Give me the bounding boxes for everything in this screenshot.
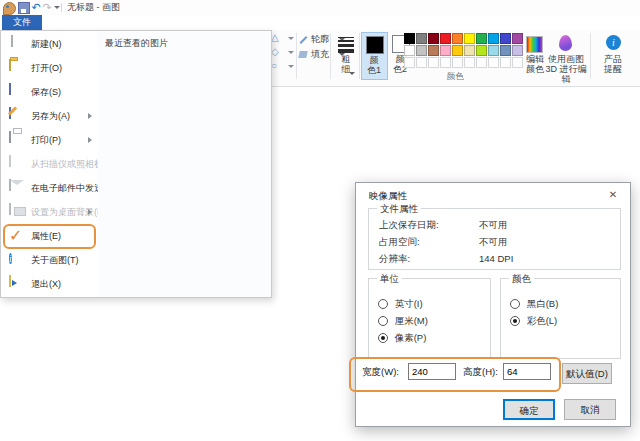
default-button[interactable]: 默认值(D) xyxy=(562,363,612,384)
chevron-down-icon xyxy=(349,72,355,75)
titlebar-divider xyxy=(61,3,62,12)
radio-pixels[interactable]: 像素(P) xyxy=(378,331,426,344)
menu-item-about-paint[interactable]: i 关于画图(T) xyxy=(1,248,97,272)
color1-button[interactable]: 颜色1 xyxy=(361,32,388,80)
palette-swatch[interactable] xyxy=(512,45,523,56)
palette-swatch[interactable] xyxy=(404,57,415,68)
palette-swatch[interactable] xyxy=(416,33,427,44)
palette-swatch[interactable] xyxy=(464,57,475,68)
menu-item-from-scanner: 从扫描仪或照相机(M) xyxy=(1,152,97,176)
palette-swatch[interactable] xyxy=(476,45,487,56)
dialog-title: 映像属性 xyxy=(369,190,407,203)
menu-item-save[interactable]: 保存(S) xyxy=(1,80,97,104)
radio-black-white[interactable]: 黑白(B) xyxy=(510,297,558,310)
shape-triangle-icon[interactable]: △ xyxy=(271,32,279,44)
palette-swatch[interactable] xyxy=(488,57,499,68)
menu-item-exit[interactable]: 退出(X) xyxy=(1,272,97,296)
radio-label: 像素(P) xyxy=(395,332,427,343)
paint-window: ↶ ↷ 无标题 - 画图 文件 △ ◇ ○ 轮廓 填充 粗细 xyxy=(0,0,640,441)
menu-item-properties[interactable]: ✓ 属性(E) xyxy=(1,224,97,248)
ribbon-separator xyxy=(330,33,331,79)
palette-swatch[interactable] xyxy=(452,57,463,68)
size-button[interactable]: 粗细 xyxy=(333,32,359,78)
quick-access-dropdown-icon[interactable] xyxy=(54,6,60,9)
submenu-arrow-icon xyxy=(88,209,92,215)
palette-swatch[interactable] xyxy=(512,57,523,68)
ok-button[interactable]: 确定 xyxy=(503,399,555,420)
palette-swatch[interactable] xyxy=(500,45,511,56)
product-alert-button[interactable]: i 产品提醒 xyxy=(593,32,633,78)
palette-swatch[interactable] xyxy=(488,45,499,56)
palette-swatch[interactable] xyxy=(440,45,451,56)
palette-swatch[interactable] xyxy=(488,33,499,44)
save-icon xyxy=(9,83,11,95)
palette-swatch[interactable] xyxy=(440,57,451,68)
palette-swatch[interactable] xyxy=(440,33,451,44)
palette-swatch[interactable] xyxy=(476,33,487,44)
palette-swatch[interactable] xyxy=(452,45,463,56)
printer-icon xyxy=(9,131,11,143)
shapes-scroll-up-icon[interactable] xyxy=(288,37,294,40)
shapes-more-icon[interactable] xyxy=(288,65,294,68)
palette-swatch[interactable] xyxy=(500,57,511,68)
paint-app-icon xyxy=(3,2,16,15)
palette-swatch[interactable] xyxy=(404,33,415,44)
menu-item-set-desktop-background: 设置为桌面背景(B) xyxy=(1,200,97,224)
save-as-icon xyxy=(9,107,11,119)
close-icon[interactable]: ✕ xyxy=(606,188,620,202)
palette-swatch[interactable] xyxy=(416,57,427,68)
product-alert-info-icon: i xyxy=(606,35,621,50)
palette-swatch[interactable] xyxy=(464,45,475,56)
shapes-scroll-down-icon[interactable] xyxy=(288,51,294,54)
menu-item-open[interactable]: 打开(O) xyxy=(1,56,97,80)
fill-label: 填充 xyxy=(311,48,329,61)
submenu-arrow-icon xyxy=(88,113,92,119)
radio-inches[interactable]: 英寸(I) xyxy=(378,297,423,310)
palette-swatch[interactable] xyxy=(464,33,475,44)
edit-colors-button[interactable]: 编辑颜色 xyxy=(523,32,547,78)
menu-item-new[interactable]: 新建(N) xyxy=(1,32,97,56)
palette-swatch[interactable] xyxy=(452,33,463,44)
menu-item-print[interactable]: 打印(P) xyxy=(1,128,97,152)
quick-save-icon[interactable] xyxy=(18,2,30,14)
palette-swatch[interactable] xyxy=(404,45,415,56)
menu-item-send-email[interactable]: 在电子邮件中发送(D) xyxy=(1,176,97,200)
undo-icon[interactable]: ↶ xyxy=(31,1,41,14)
file-menu-items: 新建(N) 打开(O) 保存(S) 另存为(A) 打印(P) 从扫描仪或照相机(… xyxy=(1,31,99,297)
edit-with-paint3d-button[interactable]: 使用画图 3D 进行编辑 xyxy=(545,32,587,78)
palette-swatch[interactable] xyxy=(428,45,439,56)
height-label: 高度(H): xyxy=(463,362,498,381)
cancel-button[interactable]: 取消 xyxy=(564,399,616,420)
colors-group-label: 颜色 xyxy=(420,71,490,83)
color1-label: 颜色1 xyxy=(367,55,381,75)
recent-files-panel: 最近查看的图片 xyxy=(98,31,271,297)
property-row: 上次保存日期: 不可用 xyxy=(379,218,614,232)
units-legend: 单位 xyxy=(377,273,402,286)
ribbon-separator xyxy=(359,33,360,79)
color-palette xyxy=(404,33,523,68)
colors-group: 颜色 黑白(B) 彩色(L) xyxy=(500,278,621,359)
open-folder-icon xyxy=(9,59,11,71)
ribbon-separator xyxy=(590,33,591,79)
palette-swatch[interactable] xyxy=(512,33,523,44)
palette-swatch[interactable] xyxy=(500,33,511,44)
property-row: 分辨率: 144 DPI xyxy=(379,252,614,266)
palette-swatch[interactable] xyxy=(428,57,439,68)
shape-polygon-icon[interactable]: ◇ xyxy=(271,46,279,58)
radio-icon xyxy=(378,316,388,326)
width-input[interactable] xyxy=(408,363,456,380)
menu-item-save-as[interactable]: 另存为(A) xyxy=(1,104,97,128)
radio-color[interactable]: 彩色(L) xyxy=(510,314,557,327)
radio-selected-icon xyxy=(510,316,520,326)
palette-swatch[interactable] xyxy=(476,57,487,68)
file-menu: 新建(N) 打开(O) 保存(S) 另存为(A) 打印(P) 从扫描仪或照相机(… xyxy=(0,30,272,298)
palette-swatch[interactable] xyxy=(416,45,427,56)
height-input[interactable] xyxy=(503,363,551,380)
product-alert-label: 产品提醒 xyxy=(603,54,623,74)
size-label: 粗细 xyxy=(339,54,353,74)
properties-check-icon: ✓ xyxy=(9,227,22,244)
radio-centimeters[interactable]: 厘米(M) xyxy=(378,314,428,327)
palette-swatch[interactable] xyxy=(428,33,439,44)
tab-file[interactable]: 文件 xyxy=(2,15,42,30)
redo-icon[interactable]: ↷ xyxy=(42,1,52,14)
